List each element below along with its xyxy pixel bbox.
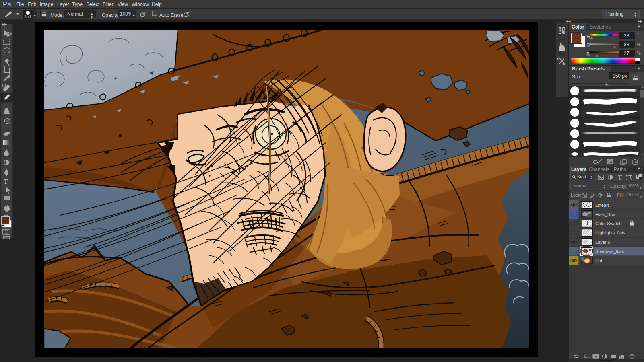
svg-text:Shadows_flats: Shadows_flats <box>595 249 624 254</box>
svg-text:T: T <box>4 178 8 185</box>
svg-text:Highlights_flats: Highlights_flats <box>595 230 625 235</box>
svg-text:Color Swatch: Color Swatch <box>595 221 621 226</box>
svg-text:Hat: Hat <box>595 258 602 263</box>
svg-text:Layer 5: Layer 5 <box>595 240 610 245</box>
svg-text:fx: fx <box>584 354 587 358</box>
svg-text:Flats_B/w: Flats_B/w <box>595 212 615 217</box>
svg-text:Lineart: Lineart <box>595 203 609 208</box>
